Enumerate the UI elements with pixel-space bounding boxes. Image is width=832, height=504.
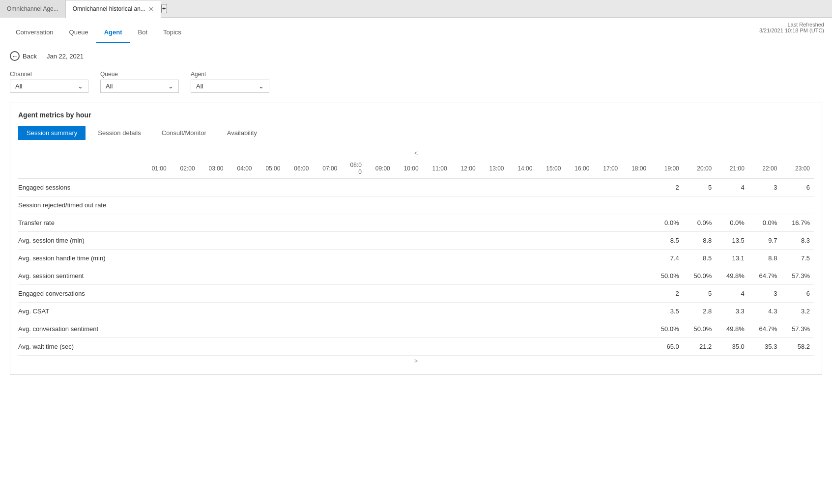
row-4-col-17 — [622, 250, 650, 267]
row-1-col-1 — [171, 196, 199, 214]
row-1-col-9 — [394, 196, 423, 214]
row-9-col-22: 58.2 — [781, 338, 814, 356]
channel-filter-label: Channel — [10, 71, 88, 78]
agent-filter: Agent All ⌄ — [191, 71, 269, 93]
new-tab-button[interactable]: + — [161, 4, 167, 13]
row-8-col-10 — [423, 320, 451, 338]
row-metric-8: Avg. conversation sentiment — [18, 320, 142, 338]
row-2-col-16 — [593, 214, 622, 232]
row-5-col-19: 50.0% — [683, 267, 716, 285]
row-7-col-12 — [480, 303, 508, 320]
row-9-col-15 — [565, 338, 593, 356]
row-1-col-22 — [781, 196, 814, 214]
row-7-col-19: 2.8 — [683, 303, 716, 320]
scroll-right-indicator[interactable]: > — [18, 356, 814, 366]
row-6-col-3 — [228, 285, 256, 303]
row-8-col-16 — [593, 320, 622, 338]
row-9-col-3 — [228, 338, 256, 356]
nav-item-agent[interactable]: Agent — [96, 23, 130, 43]
row-4-col-15 — [565, 250, 593, 267]
row-9-col-10 — [423, 338, 451, 356]
table-col-02:00: 02:00 — [171, 159, 199, 179]
table-wrapper[interactable]: < 01:0002:0003:0004:0005:0006:0007:0008:… — [18, 148, 814, 366]
row-4-col-22: 7.5 — [781, 250, 814, 267]
row-metric-0: Engaged sessions — [18, 179, 142, 196]
row-2-col-15 — [565, 214, 593, 232]
row-0-col-2 — [199, 179, 228, 196]
row-4-col-19: 8.5 — [683, 250, 716, 267]
row-3-col-9 — [394, 232, 423, 250]
table-col-03:00: 03:00 — [199, 159, 228, 179]
row-6-col-17 — [622, 285, 650, 303]
row-6-col-21: 3 — [748, 285, 781, 303]
row-0-col-21: 3 — [748, 179, 781, 196]
tab-consult-monitor[interactable]: Consult/Monitor — [153, 126, 215, 140]
table-col-13:00: 13:00 — [480, 159, 508, 179]
row-0-col-16 — [593, 179, 622, 196]
row-0-col-17 — [622, 179, 650, 196]
row-6-col-18: 2 — [650, 285, 683, 303]
nav-item-conversation[interactable]: Conversation — [8, 23, 61, 43]
agent-filter-label: Agent — [191, 71, 269, 78]
row-metric-5: Avg. session sentiment — [18, 267, 142, 285]
row-6-col-2 — [199, 285, 228, 303]
row-9-col-9 — [394, 338, 423, 356]
row-4-col-3 — [228, 250, 256, 267]
back-button[interactable]: ← Back — [10, 51, 37, 61]
back-label: Back — [23, 53, 37, 60]
row-3-col-13 — [508, 232, 537, 250]
last-refreshed: Last Refreshed 3/21/2021 10:18 PM (UTC) — [759, 22, 824, 33]
nav-item-queue[interactable]: Queue — [61, 23, 96, 43]
row-9-col-2 — [199, 338, 228, 356]
row-7-col-20: 3.3 — [716, 303, 748, 320]
row-5-col-17 — [622, 267, 650, 285]
row-6-col-15 — [565, 285, 593, 303]
queue-filter-select[interactable]: All ⌄ — [100, 80, 179, 93]
agent-filter-select[interactable]: All ⌄ — [191, 80, 269, 93]
table-col-21:00: 21:00 — [716, 159, 748, 179]
row-2-col-4 — [256, 214, 284, 232]
channel-filter-select[interactable]: All ⌄ — [10, 80, 88, 93]
row-6-col-9 — [394, 285, 423, 303]
last-refreshed-label: Last Refreshed — [759, 22, 824, 28]
row-3-col-21: 9.7 — [748, 232, 781, 250]
table-col-23:00: 23:00 — [781, 159, 814, 179]
row-1-col-14 — [536, 196, 565, 214]
row-3-col-19: 8.8 — [683, 232, 716, 250]
row-6-col-6 — [313, 285, 341, 303]
table-col-06:00: 06:00 — [284, 159, 313, 179]
row-1-col-6 — [313, 196, 341, 214]
row-7-col-3 — [228, 303, 256, 320]
table-col-15:00: 15:00 — [536, 159, 565, 179]
row-7-col-15 — [565, 303, 593, 320]
row-0-col-15 — [565, 179, 593, 196]
row-8-col-18: 50.0% — [650, 320, 683, 338]
row-5-col-2 — [199, 267, 228, 285]
row-6-col-5 — [284, 285, 313, 303]
row-2-col-18: 0.0% — [650, 214, 683, 232]
row-9-col-20: 35.0 — [716, 338, 748, 356]
tab-inactive-label: Omnichannel Age... — [7, 5, 58, 12]
row-7-col-4 — [256, 303, 284, 320]
row-3-col-16 — [593, 232, 622, 250]
table-row: Transfer rate0.0%0.0%0.0%0.0%16.7% — [18, 214, 814, 232]
tab-inactive[interactable]: Omnichannel Age... — [0, 0, 66, 18]
scroll-left-indicator[interactable]: < — [18, 148, 814, 159]
row-7-col-21: 4.3 — [748, 303, 781, 320]
tab-close-icon[interactable]: ✕ — [148, 5, 154, 13]
tab-session-summary[interactable]: Session summary — [18, 126, 86, 140]
row-8-col-0 — [142, 320, 171, 338]
tab-session-details[interactable]: Session details — [89, 126, 149, 140]
row-4-col-8 — [366, 250, 394, 267]
row-5-col-1 — [171, 267, 199, 285]
nav-item-topics[interactable]: Topics — [155, 23, 189, 43]
tab-active[interactable]: Omnichannel historical an... ✕ — [66, 0, 161, 18]
nav-item-bot[interactable]: Bot — [130, 23, 156, 43]
row-4-col-2 — [199, 250, 228, 267]
row-5-col-14 — [536, 267, 565, 285]
row-4-col-6 — [313, 250, 341, 267]
table-row: Avg. conversation sentiment50.0%50.0%49.… — [18, 320, 814, 338]
row-5-col-0 — [142, 267, 171, 285]
tab-availability[interactable]: Availability — [219, 126, 265, 140]
row-1-col-21 — [748, 196, 781, 214]
